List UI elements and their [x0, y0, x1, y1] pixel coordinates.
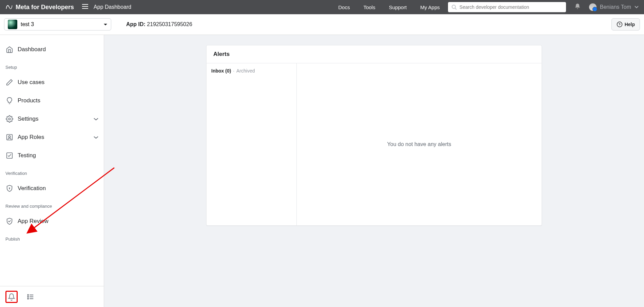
nav-docs[interactable]: Docs — [338, 4, 350, 10]
alerts-title: Alerts — [207, 45, 542, 63]
tab-archived[interactable]: Archived — [236, 68, 255, 74]
users-icon — [5, 133, 14, 141]
sidebar-item-label: Products — [18, 97, 40, 104]
sidebar-item-verification[interactable]: Verification — [0, 179, 104, 198]
search-box[interactable] — [448, 2, 566, 12]
content-area: Alerts Inbox (0) · Archived You do not h… — [104, 35, 644, 307]
svg-point-4 — [8, 136, 11, 138]
sidebar-content: Dashboard Setup Use cases Products — [0, 35, 104, 286]
user-menu[interactable]: Benians Tom — [589, 3, 639, 11]
chevron-down-icon — [94, 134, 98, 141]
app-name: test 3 — [21, 21, 34, 27]
sidebar-item-label: App Roles — [18, 134, 44, 141]
shield-icon — [5, 184, 14, 192]
alerts-body: Inbox (0) · Archived You do not have any… — [207, 63, 542, 225]
page-title: App Dashboard — [94, 4, 131, 10]
top-nav: Docs Tools Support My Apps — [338, 4, 440, 10]
badge-icon — [5, 217, 14, 225]
app-selector[interactable]: test 3 — [4, 18, 111, 30]
alerts-bell-button[interactable] — [5, 291, 18, 303]
sidebar-item-appreview[interactable]: App Review — [0, 212, 104, 230]
hamburger-icon[interactable] — [82, 4, 88, 10]
pencil-icon — [5, 78, 14, 86]
brand-text: Meta for Developers — [16, 4, 74, 11]
search-input[interactable] — [460, 4, 563, 10]
section-header-publish: Publish — [0, 230, 104, 245]
svg-point-8 — [27, 296, 28, 297]
alerts-list-column: Inbox (0) · Archived — [207, 63, 297, 225]
section-header-setup: Setup — [0, 59, 104, 73]
user-name: Benians Tom — [600, 4, 631, 10]
meta-logo[interactable]: Meta for Developers — [5, 3, 74, 11]
sidebar: Dashboard Setup Use cases Products — [0, 35, 104, 307]
sidebar-item-settings[interactable]: Settings — [0, 110, 104, 128]
sidebar-item-usecases[interactable]: Use cases — [0, 73, 104, 91]
sidebar-item-label: App Review — [18, 218, 48, 225]
caret-down-icon — [103, 21, 108, 27]
avatar — [589, 3, 597, 11]
chevron-down-icon — [635, 6, 639, 8]
chevron-down-icon — [94, 116, 98, 122]
notification-bell-icon[interactable] — [574, 3, 581, 11]
sidebar-item-approles[interactable]: App Roles — [0, 128, 104, 146]
sidebar-item-label: Use cases — [18, 79, 44, 86]
sidebar-item-label: Testing — [18, 152, 36, 159]
sidebar-item-label: Verification — [18, 185, 46, 192]
nav-support[interactable]: Support — [389, 4, 407, 10]
section-header-review: Review and compliance — [0, 198, 104, 212]
svg-point-2 — [8, 118, 11, 120]
svg-point-6 — [9, 188, 10, 188]
svg-point-0 — [452, 5, 455, 8]
bell-icon — [8, 293, 15, 301]
search-icon — [451, 4, 457, 10]
sidebar-item-label: Settings — [18, 116, 38, 122]
tab-inbox[interactable]: Inbox (0) — [211, 68, 231, 74]
main-layout: Dashboard Setup Use cases Products — [0, 35, 644, 307]
sidebar-item-dashboard[interactable]: Dashboard — [0, 40, 104, 59]
svg-point-9 — [27, 298, 28, 299]
section-header-verification: Verification — [0, 165, 104, 179]
gear-icon — [5, 115, 14, 123]
help-icon — [617, 21, 623, 27]
sub-header: test 3 App ID: 219250317595026 Help — [0, 14, 644, 35]
activity-log-button[interactable] — [24, 291, 37, 303]
alerts-panel: Alerts Inbox (0) · Archived You do not h… — [206, 45, 542, 226]
list-icon — [27, 293, 34, 301]
sidebar-item-products[interactable]: Products — [0, 91, 104, 110]
svg-rect-3 — [7, 135, 13, 140]
check-square-icon — [5, 151, 14, 160]
alerts-empty-message: You do not have any alerts — [297, 63, 542, 225]
help-button[interactable]: Help — [611, 18, 640, 30]
home-icon — [5, 45, 14, 54]
nav-tools[interactable]: Tools — [364, 4, 375, 10]
nav-myapps[interactable]: My Apps — [420, 4, 440, 10]
sidebar-item-testing[interactable]: Testing — [0, 146, 104, 165]
sidebar-item-label: Dashboard — [18, 46, 46, 53]
sidebar-footer — [0, 286, 104, 307]
top-header: Meta for Developers App Dashboard Docs T… — [0, 0, 644, 14]
app-icon — [8, 20, 17, 29]
svg-point-7 — [27, 294, 28, 295]
bulb-icon — [5, 97, 14, 105]
inbox-tabs: Inbox (0) · Archived — [211, 68, 292, 74]
app-id: App ID: 219250317595026 — [126, 21, 192, 27]
